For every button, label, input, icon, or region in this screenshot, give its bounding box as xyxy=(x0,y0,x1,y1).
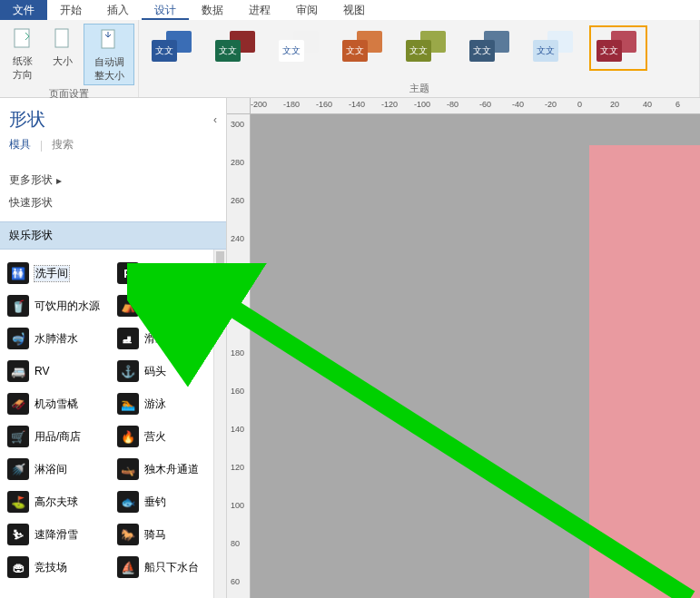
shape-icon: 🏟 xyxy=(7,556,29,578)
tab-insert[interactable]: 插入 xyxy=(94,0,142,20)
shape-label: 营火 xyxy=(144,429,166,445)
shape-label: 码头 xyxy=(144,364,166,379)
ruler-horizontal: -200-180-160-140-120-100-80-60-40-200204… xyxy=(251,98,700,114)
tab-design[interactable]: 设计 xyxy=(142,0,189,20)
size-label: 大小 xyxy=(53,54,73,68)
shape-icon: 🚻 xyxy=(7,262,29,284)
ruler-corner xyxy=(227,98,251,114)
orientation-button[interactable]: 纸张方向 xyxy=(4,24,42,85)
theme-swatch-1[interactable]: 文文 xyxy=(208,25,266,71)
shape-icon: 🛒 xyxy=(7,426,29,447)
shape-item-12[interactable]: 🚿淋浴间 xyxy=(4,453,113,485)
shape-label: 游泳 xyxy=(144,397,166,412)
shape-icon: 🥤 xyxy=(7,295,29,317)
orientation-label: 纸张方向 xyxy=(9,54,36,82)
shapes-panel: 形状 ‹ 模具 | 搜索 更多形状 ▸ 快速形状 娱乐形状 🚻洗手间P停车🥤可饮… xyxy=(0,98,227,598)
shape-item-0[interactable]: 🚻洗手间 xyxy=(4,257,113,289)
canvas[interactable] xyxy=(251,114,700,598)
shape-label: 骑马 xyxy=(144,527,166,543)
collapse-panel-icon[interactable]: ‹ xyxy=(213,113,217,126)
tab-view[interactable]: 视图 xyxy=(330,0,378,20)
quick-shapes-link[interactable]: 快速形状 xyxy=(9,191,217,214)
shape-label: 洗手间 xyxy=(35,266,69,281)
tab-home[interactable]: 开始 xyxy=(47,0,94,20)
shape-icon: 🛶 xyxy=(117,458,139,480)
shape-item-8[interactable]: 🛷机动雪橇 xyxy=(4,387,113,420)
shape-item-10[interactable]: 🛒用品/商店 xyxy=(4,420,113,453)
page-shape[interactable] xyxy=(589,145,700,598)
ribbon-group-page-setup: 纸张方向 大小 自动调整大小 页面设置 xyxy=(0,20,139,97)
shape-label: 速降滑雪 xyxy=(35,527,78,543)
theme-swatch-5[interactable]: 文文 xyxy=(462,25,520,71)
shape-label: 机动雪橇 xyxy=(35,397,78,412)
shape-item-4[interactable]: 🤿水肺潜水 xyxy=(4,322,113,355)
shape-item-15[interactable]: 🐟垂钓 xyxy=(113,485,223,518)
shape-label: 野营 xyxy=(144,299,166,314)
shape-item-7[interactable]: ⚓码头 xyxy=(113,355,223,387)
shape-item-11[interactable]: 🔥营火 xyxy=(113,420,223,453)
ribbon: 纸张方向 大小 自动调整大小 页面设置 文文文文文文文文文文文文文文文文 主题 xyxy=(0,20,700,98)
tab-data[interactable]: 数据 xyxy=(189,0,236,20)
shape-item-18[interactable]: 🏟竞技场 xyxy=(4,551,113,583)
size-icon xyxy=(50,25,75,53)
theme-swatch-4[interactable]: 文文 xyxy=(399,25,457,71)
shape-label: 停车 xyxy=(144,266,166,281)
shape-icon: ⛺ xyxy=(117,295,139,317)
shape-icon: 🔥 xyxy=(117,426,139,447)
themes-group-label: 主题 xyxy=(143,80,695,95)
shape-item-2[interactable]: 🥤可饮用的水源 xyxy=(4,289,113,322)
shape-label: 竞技场 xyxy=(35,560,67,575)
autosize-icon xyxy=(96,26,122,54)
theme-swatch-0[interactable]: 文文 xyxy=(144,25,202,71)
shape-item-17[interactable]: 🐎骑马 xyxy=(113,518,223,551)
shape-icon: 🛷 xyxy=(7,393,29,415)
theme-swatch-3[interactable]: 文文 xyxy=(335,25,393,71)
shape-icon: ⛷ xyxy=(7,524,29,545)
shape-icon: P xyxy=(117,262,139,284)
ribbon-group-themes: 文文文文文文文文文文文文文文文文 主题 xyxy=(139,20,700,97)
size-button[interactable]: 大小 xyxy=(44,24,82,85)
theme-swatch-7[interactable]: 文文 xyxy=(589,25,647,71)
shape-item-13[interactable]: 🛶独木舟通道 xyxy=(113,453,223,485)
shape-item-3[interactable]: ⛺野营 xyxy=(113,289,223,322)
shape-label: 垂钓 xyxy=(144,495,166,510)
shape-label: 高尔夫球 xyxy=(35,495,78,510)
shape-icon: 🏊 xyxy=(117,393,139,415)
shape-icon: 🚐 xyxy=(7,360,29,382)
shape-label: 用品/商店 xyxy=(35,429,81,445)
shape-icon: 🐎 xyxy=(117,524,139,545)
shapes-title: 形状 xyxy=(9,107,45,132)
shapes-grid: 🚻洗手间P停车🥤可饮用的水源⛺野营🤿水肺潜水⛸滑冰🚐RV⚓码头🛷机动雪橇🏊游泳🛒… xyxy=(0,250,226,598)
shape-label: 船只下水台 xyxy=(144,560,199,575)
shape-item-14[interactable]: ⛳高尔夫球 xyxy=(4,485,113,518)
autosize-label: 自动调整大小 xyxy=(90,55,128,83)
shape-icon: ⚓ xyxy=(117,360,139,382)
orientation-icon xyxy=(10,25,35,53)
shape-item-9[interactable]: 🏊游泳 xyxy=(113,387,223,420)
search-link[interactable]: 搜索 xyxy=(52,137,74,152)
shape-label: RV xyxy=(35,365,49,377)
shape-item-16[interactable]: ⛷速降滑雪 xyxy=(4,518,113,551)
shape-item-5[interactable]: ⛸滑冰 xyxy=(113,322,223,355)
tab-review[interactable]: 审阅 xyxy=(283,0,330,20)
theme-swatch-2[interactable]: 文文 xyxy=(271,25,330,71)
tab-file[interactable]: 文件 xyxy=(0,0,47,20)
stencil-link[interactable]: 模具 xyxy=(9,137,31,152)
canvas-area[interactable]: -200-180-160-140-120-100-80-60-40-200204… xyxy=(227,98,700,598)
shape-label: 独木舟通道 xyxy=(144,462,199,477)
shape-item-19[interactable]: ⛵船只下水台 xyxy=(113,551,223,583)
shape-icon: ⛳ xyxy=(7,491,29,513)
shape-item-6[interactable]: 🚐RV xyxy=(4,355,113,387)
shapes-category[interactable]: 娱乐形状 xyxy=(0,221,226,250)
theme-swatch-6[interactable]: 文文 xyxy=(526,25,584,71)
shape-icon: ⛸ xyxy=(117,328,139,349)
tab-process[interactable]: 进程 xyxy=(236,0,283,20)
shape-label: 滑冰 xyxy=(144,331,166,347)
more-shapes-link[interactable]: 更多形状 ▸ xyxy=(9,169,217,191)
shape-label: 水肺潜水 xyxy=(35,331,78,347)
shape-item-1[interactable]: P停车 xyxy=(113,257,223,289)
shapes-scrollbar[interactable] xyxy=(213,250,226,598)
shape-icon: ⛵ xyxy=(117,556,139,578)
shape-icon: 🚿 xyxy=(7,458,29,480)
autosize-button[interactable]: 自动调整大小 xyxy=(84,24,134,85)
